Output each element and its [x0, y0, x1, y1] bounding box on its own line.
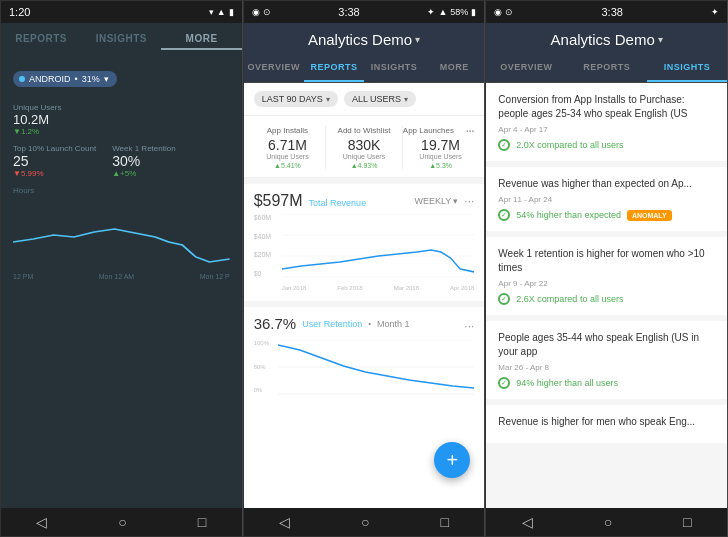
revenue-dots: ···	[464, 194, 474, 208]
chart-time-labels-p1: 12 PM Mon 12 AM Mon 12 P	[13, 273, 230, 280]
y-label-0: $0	[254, 270, 272, 277]
insight-2-check	[498, 209, 510, 221]
stat-wishlist-label: Add to Wishlist	[326, 126, 402, 135]
retention-label-p1: Week 1 Retention	[112, 144, 175, 153]
home-icon-1[interactable]: ○	[118, 514, 126, 530]
filter-segment-arrow: ▾	[404, 95, 408, 104]
stat-launches-change: ▲5.3%	[403, 162, 479, 169]
app-title-3: Analytics Demo ▾	[498, 31, 715, 48]
tab-reports-3[interactable]: REPORTS	[567, 54, 647, 82]
filter-period[interactable]: LAST 90 DAYS ▾	[254, 91, 338, 107]
revenue-chart: $60M $40M $20M $0 Jan 2018 Feb 2018 Mar …	[282, 214, 475, 289]
x-label-mar: Mar 2018	[394, 285, 419, 291]
battery-label-2: 58%	[450, 7, 468, 17]
app-header-3: Analytics Demo ▾	[486, 23, 727, 54]
app-title-2: Analytics Demo ▾	[256, 31, 473, 48]
launch-count-change: ▼5.99%	[13, 169, 96, 178]
insight-1-title: Conversion from App Installs to Purchase…	[498, 93, 715, 121]
stat-installs-value: 6.71M	[250, 137, 326, 153]
recent-icon-3[interactable]: □	[683, 514, 691, 530]
ret-y-0: 0%	[254, 387, 269, 393]
tab-overview-2[interactable]: OVERVIEW	[244, 54, 304, 82]
y-label-20m: $20M	[254, 251, 272, 258]
insight-3-title: Week 1 retention is higher for women who…	[498, 247, 715, 275]
filter-segment[interactable]: ALL USERS ▾	[344, 91, 416, 107]
status-icons-left-3: ◉ ⊙	[494, 7, 513, 17]
insight-3-date: Apr 9 - Apr 22	[498, 279, 715, 288]
status-icons-1: ▾ ▲ ▮	[209, 7, 234, 17]
filter-period-arrow: ▾	[326, 95, 330, 104]
x-label-jan: Jan 2018	[282, 285, 307, 291]
retention-y-labels: 100% 50% 0%	[254, 340, 269, 393]
retention-lbl: User Retention	[302, 319, 362, 329]
y-label-60m: $60M	[254, 214, 272, 221]
metric-launch-count: Top 10% Launch Count 25 ▼5.99%	[13, 144, 96, 178]
revenue-y-labels: $60M $40M $20M $0	[254, 214, 272, 277]
home-icon-2[interactable]: ○	[361, 514, 369, 530]
status-bar-3: ◉ ⊙ 3:38 ✦	[486, 1, 727, 23]
retention-header: 36.7% User Retention • Month 1 ···	[254, 315, 475, 336]
home-icon-3[interactable]: ○	[604, 514, 612, 530]
stat-app-installs: App Installs 6.71M Unique Users ▲5.41%	[250, 126, 327, 169]
insight-2-stat: 54% higher than expected ANOMALY	[498, 209, 715, 221]
tab-insights-p1[interactable]: INSIGHTS	[81, 31, 161, 50]
bluetooth-icon-3: ✦	[711, 7, 719, 17]
back-icon-1[interactable]: ◁	[36, 514, 47, 530]
insight-5: Revenue is higher for men who speak Eng.…	[486, 405, 727, 449]
recent-icon-1[interactable]: □	[198, 514, 206, 530]
x-label-feb: Feb 2018	[337, 285, 362, 291]
phone-2: ◉ ⊙ 3:38 ✦ ▲ 58% ▮ Analytics Demo ▾ OVER…	[243, 0, 486, 537]
retention-title-row: 36.7% User Retention • Month 1	[254, 315, 410, 332]
title-arrow-2: ▾	[415, 34, 420, 45]
tab-reports-2[interactable]: REPORTS	[304, 54, 364, 82]
back-icon-2[interactable]: ◁	[279, 514, 290, 530]
bluetooth-icon-2: ✦	[427, 7, 435, 17]
recent-icon-2[interactable]: □	[440, 514, 448, 530]
tab-more-2[interactable]: MORE	[424, 54, 484, 82]
retention-section: 36.7% User Retention • Month 1 ··· 100% …	[244, 307, 485, 508]
revenue-header: $597M Total Revenue WEEKLY ▾ ···	[254, 192, 475, 210]
insight-2: Revenue was higher than expected on Ap..…	[486, 167, 727, 237]
stat-launches-label: App Launches	[403, 126, 454, 135]
tab-more-p1[interactable]: MORE	[161, 31, 241, 50]
stat-installs-label: App Installs	[250, 126, 326, 135]
battery-icon-2: ▮	[471, 7, 476, 17]
insight-4-stat-text: 94% higher than all users	[516, 378, 618, 388]
signal-icon: ▲	[217, 7, 226, 17]
ret-y-100: 100%	[254, 340, 269, 346]
revenue-period-text: WEEKLY	[414, 196, 451, 206]
stat-installs-sub: Unique Users	[250, 153, 326, 160]
tab-overview-3[interactable]: OVERVIEW	[486, 54, 566, 82]
unique-users-change: ▼1.2%	[13, 127, 230, 136]
revenue-x-labels: Jan 2018 Feb 2018 Mar 2018 Apr 2018	[282, 285, 475, 291]
android-chip[interactable]: ANDROID • 31% ▾	[13, 71, 117, 87]
chip-label: ANDROID	[29, 74, 71, 84]
stat-wishlist-sub: Unique Users	[326, 153, 402, 160]
filter-segment-label: ALL USERS	[352, 94, 401, 104]
tab-insights-3[interactable]: INSIGHTS	[647, 54, 727, 82]
tab-insights-2[interactable]: INSIGHTS	[364, 54, 424, 82]
insight-4-title: People ages 35-44 who speak English (US …	[498, 331, 715, 359]
insight-4-date: Mar 26 - Apr 8	[498, 363, 715, 372]
revenue-period-arrow: ▾	[453, 196, 458, 206]
phone-3: ◉ ⊙ 3:38 ✦ Analytics Demo ▾ OVERVIEW REP…	[485, 0, 728, 537]
insight-5-title: Revenue is higher for men who speak Eng.…	[498, 415, 715, 429]
insight-3-stat: 2.6X compared to all users	[498, 293, 715, 305]
nav-bar-1: ◁ ○ □	[1, 508, 242, 536]
retention-svg	[278, 340, 475, 395]
fab-button[interactable]: +	[434, 442, 470, 478]
insight-3-stat-text: 2.6X compared to all users	[516, 294, 623, 304]
insight-1-stat-text: 2.0X compared to all users	[516, 140, 623, 150]
tab-reports-p1[interactable]: REPORTS	[1, 31, 81, 50]
stat-wishlist-change: ▲4.93%	[326, 162, 402, 169]
stat-installs-change: ▲5.41%	[250, 162, 326, 169]
insight-3-check	[498, 293, 510, 305]
back-icon-3[interactable]: ◁	[522, 514, 533, 530]
time-1: 1:20	[9, 6, 30, 18]
revenue-title-row: $597M Total Revenue	[254, 192, 366, 210]
insight-1-date: Apr 4 - Apr 17	[498, 125, 715, 134]
insight-4-check	[498, 377, 510, 389]
revenue-period: WEEKLY ▾	[414, 196, 458, 206]
unique-users-value: 10.2M	[13, 112, 230, 127]
retention-pct: 36.7%	[254, 315, 297, 332]
